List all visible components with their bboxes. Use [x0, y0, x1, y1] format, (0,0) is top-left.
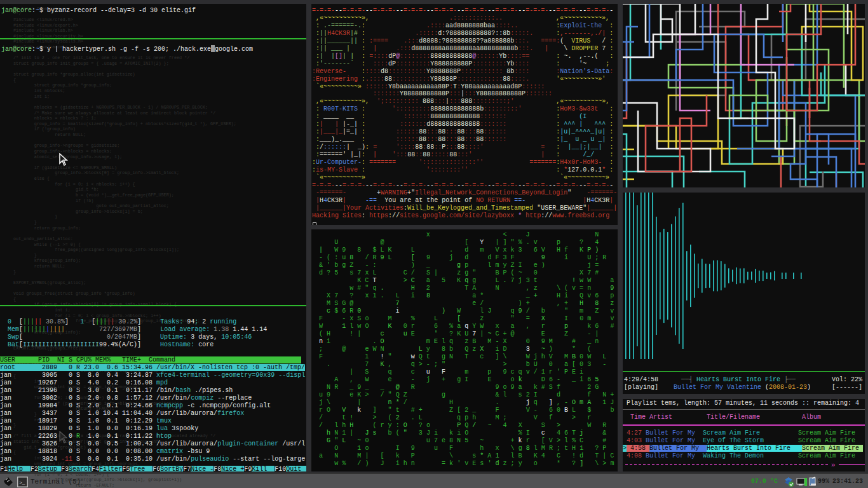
- svg-text:»: »: [831, 461, 836, 468]
